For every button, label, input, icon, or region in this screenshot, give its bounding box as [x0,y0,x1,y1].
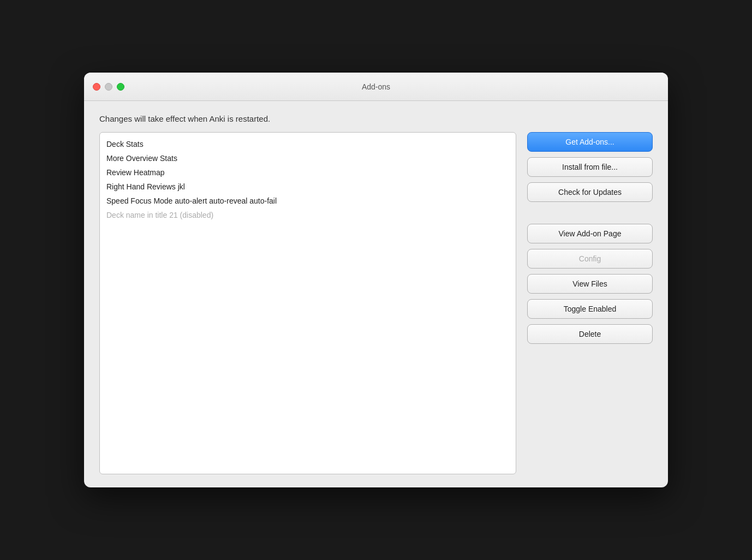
view-files-button[interactable]: View Files [527,274,653,294]
titlebar: Add-ons [84,73,668,101]
list-item[interactable]: Speed Focus Mode auto-alert auto-reveal … [100,194,516,208]
addon-list[interactable]: Deck StatsMore Overview StatsReview Heat… [99,132,516,474]
config-button[interactable]: Config [527,249,653,269]
buttons-panel: Get Add-ons... Install from file... Chec… [527,132,653,474]
check-for-updates-button[interactable]: Check for Updates [527,182,653,202]
main-content: Changes will take effect when Anki is re… [84,101,668,487]
get-addons-button[interactable]: Get Add-ons... [527,132,653,152]
list-item[interactable]: More Overview Stats [100,151,516,165]
list-item[interactable]: Deck Stats [100,137,516,151]
notice-text: Changes will take effect when Anki is re… [99,114,653,123]
main-area: Deck StatsMore Overview StatsReview Heat… [99,132,653,474]
list-item[interactable]: Right Hand Reviews jkl [100,180,516,194]
traffic-lights [93,83,124,91]
window-title: Add-ons [362,82,390,91]
minimize-button[interactable] [105,83,112,91]
maximize-button[interactable] [117,83,124,91]
list-item[interactable]: Review Heatmap [100,165,516,180]
spacer1 [527,207,653,218]
close-button[interactable] [93,83,100,91]
view-addon-page-button[interactable]: View Add-on Page [527,224,653,243]
list-item[interactable]: Deck name in title 21 (disabled) [100,208,516,222]
toggle-enabled-button[interactable]: Toggle Enabled [527,299,653,319]
install-from-file-button[interactable]: Install from file... [527,157,653,177]
delete-button[interactable]: Delete [527,324,653,344]
app-window: Add-ons Changes will take effect when An… [84,73,668,487]
